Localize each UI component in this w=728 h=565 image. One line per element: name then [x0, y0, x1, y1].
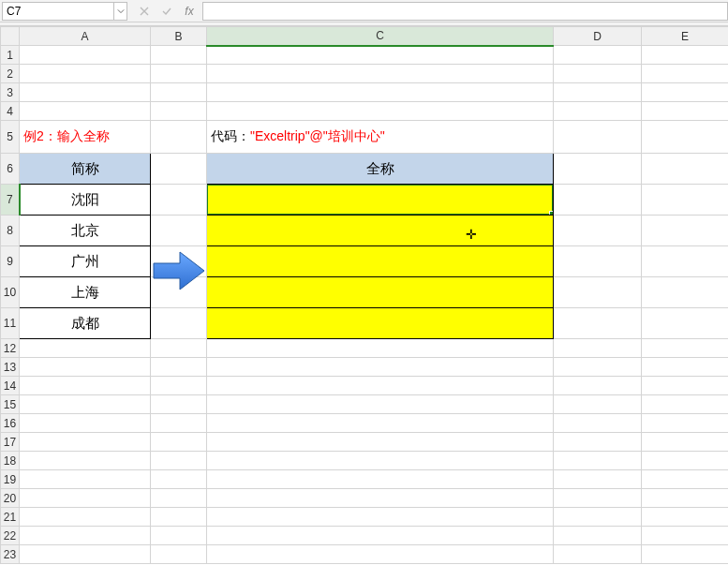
row-header[interactable]: 10: [1, 277, 20, 308]
cell[interactable]: [151, 65, 207, 83]
cell[interactable]: [20, 489, 151, 508]
col-header-E[interactable]: E: [642, 27, 729, 46]
cell[interactable]: [642, 414, 729, 433]
worksheet-grid[interactable]: A B C D E 12345例2：输入全称代码："Exceltrip"@"培训…: [0, 26, 728, 565]
cell[interactable]: [554, 470, 642, 489]
cell[interactable]: [20, 508, 151, 527]
row-header[interactable]: 4: [1, 102, 20, 121]
cell[interactable]: [642, 102, 729, 121]
cell[interactable]: [554, 246, 642, 277]
cell[interactable]: [642, 246, 729, 277]
cell[interactable]: [642, 470, 729, 489]
cell[interactable]: [207, 339, 554, 358]
cell[interactable]: [207, 65, 554, 83]
cell[interactable]: [642, 377, 729, 395]
cell[interactable]: [151, 527, 207, 545]
cell[interactable]: [151, 508, 207, 527]
fill-handle[interactable]: [549, 211, 554, 216]
cell[interactable]: [207, 414, 554, 433]
cell[interactable]: [642, 121, 729, 154]
cell[interactable]: [554, 46, 642, 65]
cell[interactable]: [151, 452, 207, 470]
cell[interactable]: 简称: [20, 154, 151, 185]
cell[interactable]: [207, 433, 554, 452]
row-header[interactable]: 9: [1, 246, 20, 277]
cell[interactable]: 北京: [20, 216, 151, 246]
cell[interactable]: [207, 527, 554, 545]
cell[interactable]: [554, 395, 642, 414]
col-header-A[interactable]: A: [20, 27, 151, 46]
formula-cancel-button[interactable]: [133, 2, 156, 21]
cell[interactable]: [207, 489, 554, 508]
cell[interactable]: [151, 46, 207, 65]
cell[interactable]: [207, 102, 554, 121]
col-header-B[interactable]: B: [151, 27, 207, 46]
insert-function-button[interactable]: fx: [178, 2, 201, 21]
cell[interactable]: [151, 216, 207, 246]
cell[interactable]: [642, 339, 729, 358]
formula-bar-input[interactable]: [202, 2, 728, 21]
cell[interactable]: [20, 339, 151, 358]
cell[interactable]: [207, 470, 554, 489]
cell[interactable]: 上海: [20, 277, 151, 308]
cell[interactable]: [151, 433, 207, 452]
cell[interactable]: [207, 545, 554, 564]
cell[interactable]: [20, 102, 151, 121]
row-header[interactable]: 22: [1, 527, 20, 545]
cell[interactable]: [642, 527, 729, 545]
col-header-C[interactable]: C: [207, 27, 554, 46]
row-header[interactable]: 15: [1, 395, 20, 414]
row-header[interactable]: 19: [1, 470, 20, 489]
cell[interactable]: [642, 65, 729, 83]
cell[interactable]: [554, 339, 642, 358]
row-header[interactable]: 2: [1, 65, 20, 83]
cell[interactable]: [642, 46, 729, 65]
cell[interactable]: [207, 83, 554, 102]
cell[interactable]: [151, 414, 207, 433]
cell[interactable]: [20, 452, 151, 470]
cell[interactable]: [151, 377, 207, 395]
cell[interactable]: [151, 545, 207, 564]
row-header[interactable]: 18: [1, 452, 20, 470]
row-header[interactable]: 6: [1, 154, 20, 185]
row-header[interactable]: 3: [1, 83, 20, 102]
cell[interactable]: [642, 83, 729, 102]
cell[interactable]: 代码："Exceltrip"@"培训中心": [207, 121, 554, 154]
cell[interactable]: [151, 395, 207, 414]
cell[interactable]: [642, 433, 729, 452]
row-header[interactable]: 17: [1, 433, 20, 452]
cell[interactable]: [642, 395, 729, 414]
cell[interactable]: [20, 46, 151, 65]
cell[interactable]: [151, 83, 207, 102]
cell[interactable]: [554, 414, 642, 433]
cell[interactable]: [554, 102, 642, 121]
cell[interactable]: [554, 377, 642, 395]
cell[interactable]: [20, 83, 151, 102]
cell[interactable]: [151, 185, 207, 216]
cell[interactable]: [20, 65, 151, 83]
cell[interactable]: [20, 358, 151, 377]
cell[interactable]: [207, 358, 554, 377]
row-header[interactable]: 16: [1, 414, 20, 433]
row-header[interactable]: 7: [1, 185, 20, 216]
cell[interactable]: [554, 527, 642, 545]
row-header[interactable]: 13: [1, 358, 20, 377]
cell[interactable]: [20, 527, 151, 545]
formula-enter-button[interactable]: [156, 2, 178, 21]
cell[interactable]: [207, 185, 554, 216]
name-box[interactable]: C7: [2, 2, 114, 21]
cell[interactable]: [20, 377, 151, 395]
row-header[interactable]: 23: [1, 545, 20, 564]
cell[interactable]: 全称: [207, 154, 554, 185]
cell[interactable]: [642, 508, 729, 527]
cell[interactable]: [554, 216, 642, 246]
cell[interactable]: [207, 216, 554, 246]
cell[interactable]: 成都: [20, 308, 151, 339]
cell[interactable]: [20, 433, 151, 452]
cell[interactable]: [554, 154, 642, 185]
row-header[interactable]: 8: [1, 216, 20, 246]
cell[interactable]: [642, 489, 729, 508]
row-header[interactable]: 5: [1, 121, 20, 154]
row-header[interactable]: 1: [1, 46, 20, 65]
cell[interactable]: [207, 308, 554, 339]
